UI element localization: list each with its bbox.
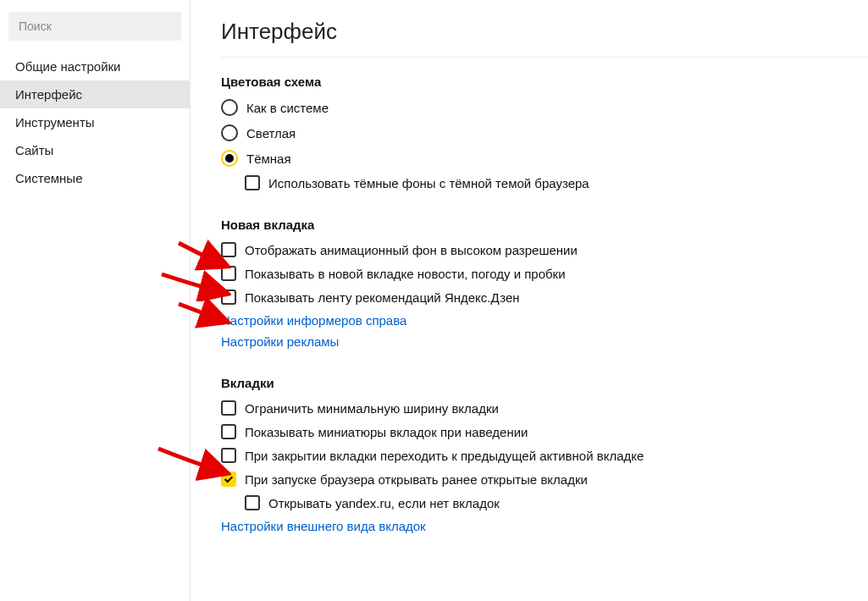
section-title-tabs: Вкладки: [221, 376, 868, 390]
main-content: Интерфейс Цветовая схема Как в системе С…: [191, 0, 868, 601]
radio-icon: [221, 99, 238, 116]
checkbox-min-width[interactable]: Ограничить минимальную ширину вкладки: [221, 400, 868, 416]
checkbox-label: Ограничить минимальную ширину вкладки: [245, 401, 499, 416]
radio-icon: [221, 150, 238, 167]
radio-label: Тёмная: [246, 152, 291, 166]
checkbox-label: При запуске браузера открывать ранее отк…: [245, 472, 588, 487]
section-new-tab: Новая вкладка Отображать анимационный фо…: [221, 218, 868, 349]
section-tabs: Вкладки Ограничить минимальную ширину вк…: [221, 376, 868, 533]
link-informers[interactable]: Настройки информеров справа: [221, 313, 868, 328]
checkbox-label: Показывать миниатюры вкладок при наведен…: [245, 425, 528, 439]
link-ads[interactable]: Настройки рекламы: [221, 334, 868, 349]
page-title: Интерфейс: [221, 19, 868, 45]
section-color-scheme: Цветовая схема Как в системе Светлая Тём…: [221, 74, 868, 190]
sidebar-item-tools[interactable]: Инструменты: [0, 108, 190, 136]
checkbox-restore-tabs[interactable]: При запуске браузера открывать ранее отк…: [221, 471, 868, 487]
section-title-new-tab: Новая вкладка: [221, 218, 868, 232]
checkbox-label: При закрытии вкладки переходить к предыд…: [245, 449, 644, 463]
sidebar-item-interface[interactable]: Интерфейс: [0, 80, 190, 108]
checkbox-label: Показывать в новой вкладке новости, пого…: [245, 267, 566, 281]
sidebar: Поиск Общие настройки Интерфейс Инструме…: [0, 0, 191, 601]
checkbox-prev-active[interactable]: При закрытии вкладки переходить к предыд…: [221, 448, 868, 463]
checkbox-icon: [221, 242, 236, 257]
section-title-color-scheme: Цветовая схема: [221, 74, 868, 89]
checkbox-anim-bg[interactable]: Отображать анимационный фон в высоком ра…: [221, 242, 868, 257]
checkbox-label: Показывать ленту рекомендаций Яндекс.Дзе…: [245, 290, 520, 305]
radio-light[interactable]: Светлая: [221, 124, 868, 141]
checkbox-news-weather[interactable]: Показывать в новой вкладке новости, пого…: [221, 266, 868, 281]
radio-icon: [221, 124, 238, 141]
checkbox-icon: [221, 289, 236, 305]
link-tabs-appearance[interactable]: Настройки внешнего вида вкладок: [221, 519, 868, 533]
sidebar-item-general[interactable]: Общие настройки: [0, 52, 190, 80]
checkbox-label: Использовать тёмные фоны с тёмной темой …: [268, 176, 589, 190]
checkbox-icon: [221, 448, 236, 463]
checkbox-icon: [245, 175, 260, 190]
checkbox-thumbnails[interactable]: Показывать миниатюры вкладок при наведен…: [221, 424, 868, 439]
sidebar-item-sites[interactable]: Сайты: [0, 136, 190, 164]
sidebar-item-system[interactable]: Системные: [0, 164, 190, 192]
checkbox-icon: [221, 266, 236, 281]
radio-label: Светлая: [246, 126, 296, 141]
checkbox-label: Отображать анимационный фон в высоком ра…: [245, 243, 578, 257]
checkbox-open-yandex[interactable]: Открывать yandex.ru, если нет вкладок: [221, 495, 868, 510]
checkbox-icon: [221, 471, 236, 487]
radio-dark[interactable]: Тёмная: [221, 150, 868, 167]
checkbox-label: Открывать yandex.ru, если нет вкладок: [268, 496, 500, 510]
checkbox-zen-feed[interactable]: Показывать ленту рекомендаций Яндекс.Дзе…: [221, 289, 868, 305]
checkbox-dark-bg[interactable]: Использовать тёмные фоны с тёмной темой …: [221, 175, 868, 190]
radio-label: Как в системе: [246, 101, 329, 115]
search-input[interactable]: Поиск: [8, 12, 181, 41]
checkbox-icon: [245, 495, 260, 510]
checkbox-icon: [221, 424, 236, 439]
checkbox-icon: [221, 400, 236, 416]
divider: [221, 57, 868, 58]
radio-system[interactable]: Как в системе: [221, 99, 868, 116]
